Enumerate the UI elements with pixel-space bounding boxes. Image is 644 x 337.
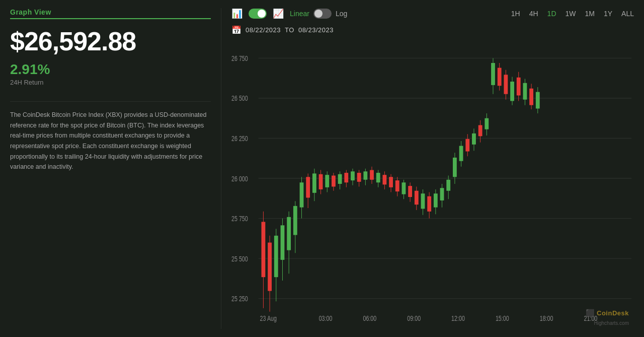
svg-rect-63: [415, 191, 419, 205]
chart-area: 26 750 26 500 26 250 26 000 25 750 25 50…: [231, 39, 634, 329]
date-range: 📅 08/22/2023 TO 08/23/2023: [231, 25, 634, 35]
svg-rect-95: [517, 78, 521, 96]
svg-rect-77: [459, 146, 463, 161]
svg-rect-99: [529, 89, 533, 105]
svg-rect-97: [523, 83, 527, 100]
linear-label[interactable]: Linear: [290, 10, 309, 18]
time-controls: 1H 4H 1D 1W 1M 1Y ALL: [511, 10, 634, 18]
return-label: 24H Return: [10, 79, 211, 86]
coindesk-watermark: ⬛ CoinDesk: [586, 309, 629, 317]
svg-rect-31: [312, 173, 316, 192]
svg-rect-51: [376, 173, 380, 182]
svg-text:12:00: 12:00: [451, 314, 465, 322]
svg-rect-27: [300, 182, 304, 207]
svg-rect-21: [281, 225, 285, 260]
svg-rect-29: [306, 177, 310, 197]
svg-rect-89: [498, 68, 502, 86]
svg-rect-45: [357, 173, 361, 182]
description-text: The CoinDesk Bitcoin Price Index (XBX) p…: [10, 110, 211, 172]
left-panel: Graph View $26,592.88 2.91% 24H Return T…: [10, 8, 221, 329]
svg-rect-59: [402, 182, 406, 194]
graph-view-label: Graph View: [10, 8, 211, 19]
coindesk-icon: ⬛: [586, 309, 594, 317]
svg-rect-71: [440, 188, 444, 200]
time-btn-1m[interactable]: 1M: [585, 10, 595, 18]
svg-rect-17: [268, 243, 272, 291]
svg-rect-69: [434, 193, 438, 207]
time-btn-1w[interactable]: 1W: [566, 10, 576, 18]
svg-text:15:00: 15:00: [496, 314, 509, 322]
divider: [10, 101, 211, 102]
svg-rect-55: [389, 177, 393, 187]
svg-text:26 500: 26 500: [231, 94, 248, 103]
svg-rect-79: [465, 139, 469, 152]
svg-text:09:00: 09:00: [407, 314, 421, 322]
svg-rect-61: [408, 186, 412, 197]
linear-log-controls: Linear Log: [290, 9, 347, 19]
chart-type-controls: 📊 📈 Linear Log: [231, 8, 347, 19]
svg-rect-33: [319, 174, 323, 189]
svg-rect-39: [338, 174, 342, 184]
svg-rect-91: [504, 75, 508, 94]
svg-rect-43: [351, 171, 355, 180]
time-btn-1d[interactable]: 1D: [547, 10, 556, 18]
svg-text:25 250: 25 250: [231, 294, 248, 303]
date-from: 08/22/2023: [246, 26, 281, 34]
svg-rect-37: [332, 176, 336, 187]
svg-rect-83: [478, 125, 482, 136]
svg-text:26 000: 26 000: [231, 174, 248, 183]
svg-rect-53: [382, 175, 386, 184]
svg-rect-19: [274, 236, 278, 277]
svg-text:26 250: 26 250: [231, 134, 248, 143]
time-btn-1y[interactable]: 1Y: [604, 10, 612, 18]
time-btn-4h[interactable]: 4H: [529, 10, 538, 18]
chart-controls: 📊 📈 Linear Log 1H 4H 1D 1W 1M: [231, 8, 634, 19]
svg-rect-35: [325, 175, 329, 187]
svg-rect-93: [510, 82, 514, 101]
svg-text:25 500: 25 500: [231, 254, 248, 263]
right-panel: 📊 📈 Linear Log 1H 4H 1D 1W 1M: [231, 8, 634, 329]
date-to: 08/23/2023: [298, 26, 334, 34]
svg-rect-75: [453, 158, 457, 177]
svg-rect-101: [536, 92, 540, 109]
log-label[interactable]: Log: [336, 10, 347, 18]
svg-rect-15: [262, 222, 266, 277]
svg-text:03:00: 03:00: [319, 314, 333, 322]
chart-type-toggle[interactable]: [249, 9, 267, 19]
svg-rect-85: [485, 118, 489, 129]
svg-text:23 Aug: 23 Aug: [260, 314, 277, 322]
return-value: 2.91%: [10, 61, 211, 78]
svg-rect-73: [446, 180, 450, 191]
price-display: $26,592.88: [10, 26, 211, 56]
svg-rect-23: [287, 217, 291, 250]
bar-chart-icon[interactable]: 📈: [273, 8, 284, 19]
svg-rect-25: [293, 206, 297, 235]
time-btn-1h[interactable]: 1H: [511, 10, 520, 18]
date-separator: TO: [285, 26, 294, 34]
svg-rect-49: [370, 170, 374, 180]
svg-text:25 750: 25 750: [231, 214, 248, 223]
coindesk-logo-text: CoinDesk: [597, 309, 629, 317]
scale-toggle[interactable]: [313, 9, 332, 19]
svg-rect-41: [344, 173, 348, 182]
svg-text:26 750: 26 750: [231, 54, 248, 62]
time-btn-all[interactable]: ALL: [621, 10, 634, 18]
svg-rect-57: [395, 180, 399, 191]
svg-text:06:00: 06:00: [363, 314, 376, 322]
svg-rect-87: [491, 63, 495, 85]
candlestick-icon[interactable]: 📊: [231, 8, 243, 19]
svg-rect-65: [421, 193, 425, 209]
svg-text:18:00: 18:00: [540, 314, 553, 322]
svg-rect-67: [427, 196, 431, 212]
highcharts-credit: Highcharts.com: [594, 320, 629, 326]
svg-rect-81: [472, 133, 476, 145]
svg-rect-47: [363, 171, 367, 179]
calendar-icon: 📅: [231, 25, 242, 35]
price-chart: 26 750 26 500 26 250 26 000 25 750 25 50…: [231, 39, 634, 329]
